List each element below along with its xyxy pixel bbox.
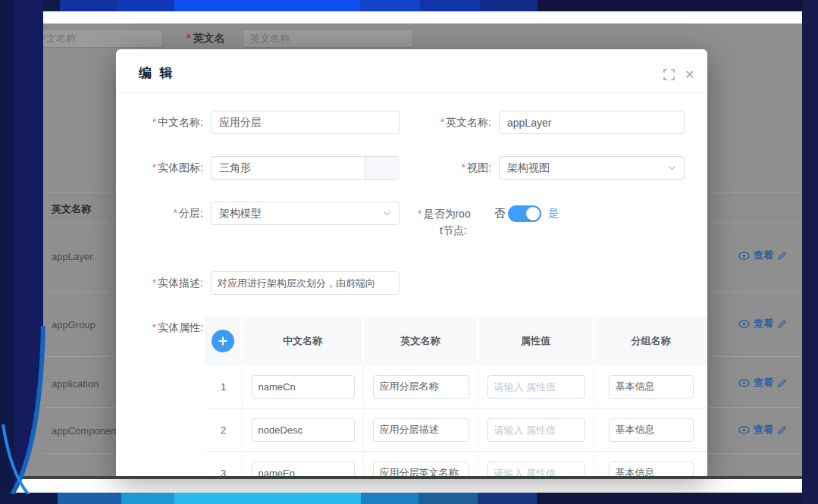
attr-cell [594, 452, 707, 476]
attr-cell [243, 452, 364, 476]
attr-header-cn: 中文名称 [243, 317, 364, 365]
screenshot-root: *英文名 英文名称 appLayer appGroup application … [0, 0, 818, 504]
layer-select[interactable] [211, 202, 400, 225]
entity-icon-label: *实体图标: [131, 156, 203, 180]
entity-desc-label: *实体描述: [131, 271, 203, 295]
frame-right-band [802, 0, 818, 504]
attr-value-input[interactable] [487, 462, 585, 477]
bg-row-appComponent: appComponent [52, 425, 119, 437]
dialog-title: 编 辑 [139, 64, 175, 82]
attr-cell [364, 365, 478, 409]
edit-icon [777, 425, 787, 435]
bg-en-name-label: *英文名 [186, 29, 224, 48]
edit-icon [777, 378, 787, 388]
attr-en-input[interactable] [373, 375, 469, 399]
attribute-table-grid: 中文名称 英文名称 属性值 分组名称 1 2 3 [205, 317, 707, 476]
bg-row-appLayer: appLayer [52, 251, 92, 262]
plus-icon [218, 336, 228, 346]
is-root-label: *是否为roo t节点: [418, 205, 489, 239]
attr-cell [364, 452, 478, 476]
edit-dialog: 编 辑 ✕ *中文名称: *英文名称: *实体图标: *视图: *分层: *是否… [116, 49, 707, 476]
view-label: *视图: [404, 156, 491, 180]
add-attribute-button[interactable] [212, 330, 234, 352]
entity-attr-label: *实体属性: [131, 320, 203, 335]
bg-view-action[interactable]: 查看 [738, 249, 802, 262]
frame-left-swoosh [0, 0, 49, 494]
attr-cell [364, 409, 478, 452]
bg-view-action[interactable]: 查看 [738, 317, 802, 330]
eye-icon [738, 426, 750, 434]
cn-name-field[interactable] [211, 111, 400, 134]
attr-cell [478, 365, 594, 409]
eye-icon [738, 320, 750, 328]
required-asterisk: * [186, 32, 190, 44]
bg-row-appGroup: appGroup [52, 319, 96, 330]
view-select[interactable] [499, 156, 685, 180]
en-name-label: *英文名称: [404, 111, 491, 134]
attr-cn-input[interactable] [252, 462, 355, 477]
attr-header-value: 属性值 [478, 317, 594, 365]
toggle-knob [526, 207, 540, 221]
attr-value-input[interactable] [487, 418, 585, 442]
edit-icon [777, 319, 787, 329]
screenshot-bottom-edge [15, 476, 805, 479]
attr-header-add [205, 317, 243, 365]
close-icon[interactable]: ✕ [685, 67, 694, 82]
dialog-header-divider [116, 92, 707, 93]
attr-header-en: 英文名称 [364, 317, 478, 365]
bg-row-application: application [52, 378, 99, 390]
cn-name-label: *中文名称: [131, 111, 203, 134]
attr-row-index: 1 [205, 365, 243, 409]
toggle-off-text: 否 [494, 202, 505, 225]
attr-en-input[interactable] [373, 462, 469, 477]
edit-icon [777, 251, 787, 261]
entity-desc-field[interactable] [211, 271, 400, 295]
attr-cell [478, 409, 594, 452]
attr-cell [594, 365, 707, 409]
is-root-toggle[interactable] [508, 205, 541, 222]
attr-row-index: 3 [205, 452, 243, 476]
attr-value-input[interactable] [487, 375, 585, 399]
eye-icon [738, 252, 750, 260]
attr-cell [243, 365, 364, 409]
icon-picker-append[interactable] [365, 157, 400, 179]
attribute-table: 中文名称 英文名称 属性值 分组名称 1 2 3 [205, 317, 707, 476]
attr-group-input[interactable] [609, 462, 694, 477]
attr-cn-input[interactable] [252, 375, 355, 399]
attr-en-input[interactable] [373, 418, 469, 442]
bg-en-name-input[interactable] [243, 29, 413, 48]
bg-cn-name-input[interactable] [29, 29, 163, 48]
attr-cell [594, 409, 707, 452]
en-name-field[interactable] [499, 111, 685, 134]
attr-cell [478, 452, 594, 476]
bg-view-action[interactable]: 查看 [738, 376, 802, 390]
fullscreen-icon[interactable] [663, 69, 675, 83]
attr-cell [243, 409, 364, 452]
attr-header-group: 分组名称 [594, 317, 707, 365]
eye-icon [738, 379, 750, 387]
attr-cn-input[interactable] [252, 418, 355, 442]
attr-row-index: 2 [205, 409, 243, 452]
bg-column-header-en-name: 英文名称 [52, 202, 91, 216]
bg-view-action[interactable]: 查看 [738, 423, 802, 437]
attr-group-input[interactable] [609, 375, 694, 399]
attr-group-input[interactable] [609, 418, 694, 442]
toggle-on-text: 是 [548, 202, 559, 225]
layer-label: *分层: [131, 202, 203, 225]
